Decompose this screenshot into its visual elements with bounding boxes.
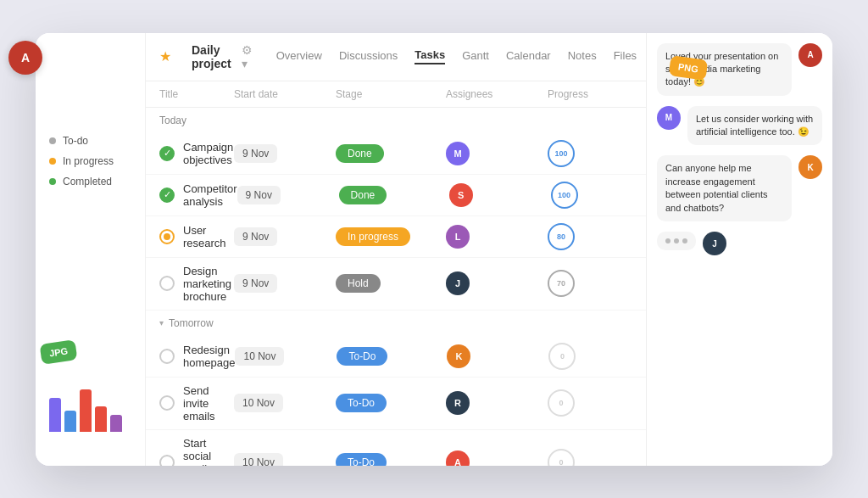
- task-checkbox-todo[interactable]: [159, 276, 175, 291]
- chevron-down-icon[interactable]: ▾: [159, 318, 164, 327]
- task-title: Design marketing brochure: [183, 265, 234, 303]
- header-assignees: Assignees: [446, 88, 548, 100]
- task-title: Start social media campaign: [183, 437, 234, 466]
- date-badge: 10 Nov: [234, 394, 283, 412]
- table-header: Title Start date Stage Assignees Progres…: [146, 81, 646, 108]
- legend-dot-inprogress: [49, 158, 56, 165]
- tab-discussions[interactable]: Discussions: [339, 49, 398, 64]
- avatar: J: [446, 271, 470, 295]
- legend: To-do In progress Completed: [49, 135, 131, 196]
- table-row[interactable]: ✓ Campaign objectives 9 Nov Done M 100: [146, 133, 646, 175]
- header-stage: Stage: [336, 88, 446, 100]
- task-progress: 100: [548, 140, 632, 167]
- task-checkbox-todo[interactable]: [159, 455, 175, 466]
- legend-inprogress-label: In progress: [63, 155, 114, 167]
- task-checkbox-todo[interactable]: [159, 349, 175, 364]
- task-assignee: A: [446, 450, 548, 466]
- task-progress: 0: [548, 449, 632, 466]
- table-row[interactable]: Start social media campaign 10 Nov To-Do…: [146, 430, 646, 466]
- avatar: K: [447, 344, 470, 368]
- task-date: 9 Nov: [234, 274, 336, 293]
- chat-avatar: A: [798, 43, 822, 67]
- task-assignee: L: [446, 225, 548, 249]
- section-today-label: Today: [159, 115, 186, 126]
- date-badge: 9 Nov: [234, 227, 277, 246]
- legend-dot-completed: [49, 178, 56, 185]
- task-date: 9 Nov: [237, 186, 339, 204]
- section-tomorrow: ▾ Tomorrow: [146, 311, 646, 336]
- project-title: Daily project: [192, 43, 231, 70]
- tab-gantt[interactable]: Gantt: [462, 49, 489, 64]
- chat-avatar: M: [657, 106, 681, 130]
- stage-badge: Hold: [336, 274, 381, 293]
- task-progress: 0: [548, 389, 632, 417]
- task-title-cell: Redesign homepage: [159, 344, 235, 369]
- bar-5: [110, 415, 122, 432]
- task-table: Title Start date Stage Assignees Progres…: [146, 81, 646, 466]
- chat-message: K Can anyone help me increase engagement…: [657, 155, 822, 221]
- task-date: 10 Nov: [234, 453, 336, 466]
- task-stage: In progress: [336, 227, 446, 246]
- task-date: 10 Nov: [234, 394, 336, 412]
- chat-bubble: Can anyone help me increase engagement b…: [657, 155, 792, 221]
- table-row[interactable]: ✓ Competitor analysis 9 Nov Done S 100: [146, 175, 646, 216]
- header-title: Title: [159, 88, 234, 100]
- section-today: Today: [146, 108, 646, 133]
- task-stage: Hold: [336, 274, 446, 293]
- star-icon[interactable]: ★: [159, 48, 171, 64]
- tab-files[interactable]: Files: [614, 49, 637, 64]
- progress-circle: 0: [548, 449, 575, 466]
- progress-circle: 70: [548, 270, 575, 297]
- gear-icon[interactable]: ⚙ ▾: [242, 43, 253, 70]
- stage-badge: To-Do: [336, 453, 387, 466]
- avatar: R: [446, 391, 470, 415]
- task-title-cell: ✓ Competitor analysis: [159, 182, 237, 208]
- legend-todo-label: To-do: [63, 135, 88, 147]
- tab-tasks[interactable]: Tasks: [415, 48, 445, 64]
- tab-overview[interactable]: Overview: [276, 49, 322, 64]
- task-progress: 0: [548, 343, 633, 370]
- task-title: Campaign objectives: [183, 141, 234, 166]
- task-checkbox-done[interactable]: ✓: [159, 146, 175, 161]
- app-window: To-do In progress Completed ★ Daily: [36, 33, 832, 466]
- task-assignee: R: [446, 391, 548, 415]
- task-stage: To-Do: [336, 453, 446, 466]
- task-title: Redesign homepage: [183, 344, 235, 369]
- typing-dot-3: [682, 238, 687, 243]
- task-title: Competitor analysis: [183, 182, 237, 208]
- table-row[interactable]: Design marketing brochure 9 Nov Hold J 7…: [146, 258, 646, 311]
- task-title-cell: ✓ Campaign objectives: [159, 141, 234, 166]
- table-row[interactable]: User research 9 Nov In progress L 80: [146, 216, 646, 258]
- task-progress: 80: [548, 223, 632, 250]
- left-panel: To-do In progress Completed: [36, 33, 146, 466]
- bar-3: [80, 389, 92, 432]
- avatar: L: [446, 225, 470, 249]
- bar-2: [64, 411, 76, 432]
- top-nav: ★ Daily project ⚙ ▾ Overview Discussions…: [146, 33, 646, 81]
- bar-4: [95, 406, 107, 432]
- progress-circle: 80: [548, 223, 575, 250]
- task-assignee: M: [446, 142, 548, 165]
- chat-bubble: Let us consider working with artificial …: [687, 106, 822, 146]
- task-title-cell: Start social media campaign: [159, 437, 234, 466]
- legend-todo: To-do: [49, 135, 131, 147]
- progress-circle: 0: [548, 343, 576, 370]
- tab-calendar[interactable]: Calendar: [506, 49, 551, 64]
- checkmark-icon: ✓: [164, 148, 171, 159]
- task-checkbox-inprogress[interactable]: [159, 229, 175, 244]
- bar-chart: [49, 381, 122, 432]
- date-badge: 10 Nov: [235, 347, 284, 366]
- tab-notes[interactable]: Notes: [568, 49, 597, 64]
- task-checkbox-done[interactable]: ✓: [159, 187, 175, 203]
- typing-dot-2: [674, 238, 679, 243]
- task-title-cell: User research: [159, 224, 234, 249]
- task-title: Send invite emails: [183, 384, 234, 422]
- table-row[interactable]: Redesign homepage 10 Nov To-Do K 0: [146, 336, 646, 378]
- stage-badge: In progress: [336, 227, 410, 246]
- stage-badge: Done: [339, 186, 387, 204]
- task-checkbox-todo[interactable]: [159, 395, 175, 411]
- stage-badge: Done: [336, 144, 384, 163]
- table-row[interactable]: Send invite emails 10 Nov To-Do R 0: [146, 378, 646, 430]
- date-badge: 9 Nov: [234, 144, 277, 163]
- legend-completed: Completed: [49, 176, 131, 187]
